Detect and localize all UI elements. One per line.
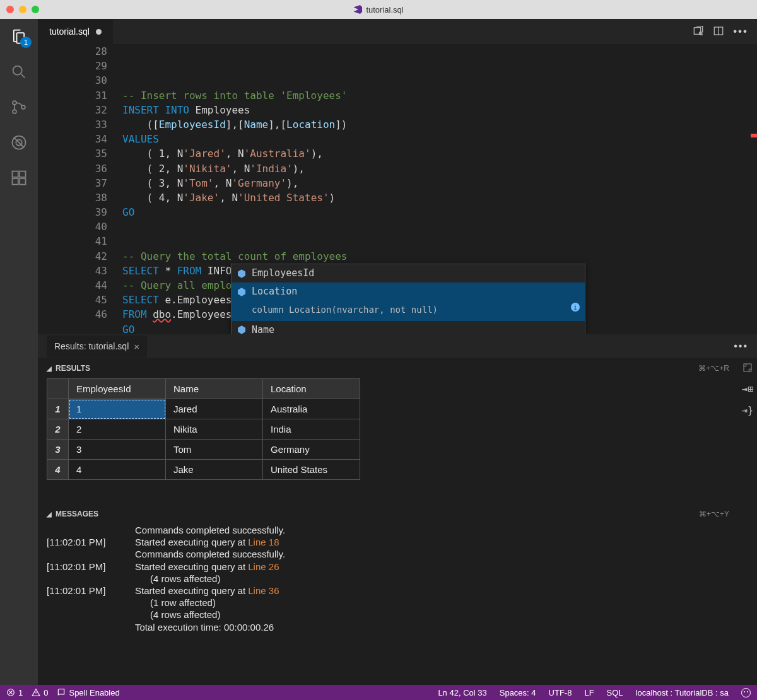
results-panel: Results: tutorial.sql × ••• ◢ RESULTS ⌘+… <box>38 334 757 685</box>
status-spell[interactable]: Spell Enabled <box>57 688 119 697</box>
table-cell[interactable]: Australia <box>263 399 360 419</box>
table-cell[interactable]: Nikita <box>166 419 263 440</box>
svg-rect-10 <box>694 28 701 35</box>
save-json-icon[interactable]: ⇥} <box>742 405 753 416</box>
table-header-row: EmployeesIdNameLocation <box>47 379 360 399</box>
table-cell[interactable]: Jake <box>166 460 263 480</box>
status-spaces[interactable]: Spaces: 4 <box>500 688 536 697</box>
column-header[interactable]: Name <box>166 379 263 399</box>
explorer-badge: 1 <box>20 37 32 48</box>
messages-section-header[interactable]: ◢ MESSAGES ⌘+⌥+Y <box>44 504 738 524</box>
svg-rect-6 <box>13 172 18 177</box>
more-actions-icon[interactable]: ••• <box>733 25 748 38</box>
titlebar: tutorial.sql <box>0 0 757 19</box>
table-row[interactable]: 33TomGermany <box>47 440 360 460</box>
table-cell[interactable]: United States <box>263 460 360 480</box>
vscode-icon <box>353 5 362 14</box>
tab-label: tutorial.sql <box>49 26 90 37</box>
results-label: RESULTS <box>56 364 90 373</box>
status-warnings[interactable]: 0 <box>32 688 48 697</box>
tab-bar: tutorial.sql ••• <box>38 19 757 44</box>
line-gutter: 28293031323334353637383940414243444546 <box>38 44 122 334</box>
table-row[interactable]: 22NikitaIndia <box>47 419 360 440</box>
results-section-header[interactable]: ◢ RESULTS ⌘+⌥+R <box>44 358 738 378</box>
maximize-results-icon[interactable] <box>742 362 753 373</box>
close-window-icon[interactable] <box>6 6 14 13</box>
svg-point-1 <box>13 101 16 105</box>
status-errors[interactable]: 1 <box>6 688 23 697</box>
source-control-icon[interactable] <box>10 98 28 116</box>
table-cell[interactable]: 4 <box>69 460 166 480</box>
info-icon[interactable]: i <box>571 303 580 312</box>
tab-tutorial-sql[interactable]: tutorial.sql <box>38 19 114 44</box>
svg-point-3 <box>21 105 25 109</box>
results-tab-label: Results: tutorial.sql <box>54 341 129 351</box>
split-editor-icon[interactable] <box>713 25 724 37</box>
extensions-icon[interactable] <box>10 169 28 187</box>
results-table[interactable]: EmployeesIdNameLocation11JaredAustralia2… <box>47 378 360 480</box>
autocomplete-item[interactable]: Location <box>232 283 585 301</box>
autocomplete-item[interactable]: Name <box>232 321 585 334</box>
status-bar: 1 0 Spell Enabled Ln 42, Col 33 Spaces: … <box>0 685 757 700</box>
svg-point-0 <box>13 66 22 75</box>
svg-rect-9 <box>20 178 25 184</box>
results-toolbar: ⇥⊞ ⇥} <box>738 358 757 685</box>
messages-label: MESSAGES <box>56 510 98 518</box>
table-cell[interactable]: Germany <box>263 440 360 460</box>
svg-rect-8 <box>13 178 18 184</box>
status-language[interactable]: SQL <box>607 688 623 697</box>
compare-changes-icon[interactable] <box>693 25 704 37</box>
autocomplete-detail: column Location(nvarchar, not null)i <box>232 301 585 320</box>
table-row[interactable]: 11JaredAustralia <box>47 399 360 419</box>
chevron-down-icon: ◢ <box>47 365 52 372</box>
messages-body: Commands completed successfully.[11:02:0… <box>44 524 738 633</box>
maximize-window-icon[interactable] <box>32 6 39 13</box>
window-controls <box>6 6 39 13</box>
window-title-text: tutorial.sql <box>366 5 403 15</box>
status-ln-col[interactable]: Ln 42, Col 33 <box>438 688 486 697</box>
messages-shortcut: ⌘+⌥+Y <box>699 510 736 518</box>
table-cell[interactable]: Jared <box>166 399 263 419</box>
minimap-error-marker[interactable] <box>751 134 757 137</box>
autocomplete-popup[interactable]: EmployeesIdLocationcolumn Location(nvarc… <box>231 264 585 334</box>
status-eol[interactable]: LF <box>584 688 594 697</box>
svg-rect-7 <box>20 172 25 177</box>
svg-rect-13 <box>744 364 751 371</box>
column-header[interactable]: Location <box>263 379 360 399</box>
svg-point-2 <box>13 110 16 114</box>
search-icon[interactable] <box>10 63 28 81</box>
tab-dirty-indicator-icon <box>96 29 102 35</box>
results-tab[interactable]: Results: tutorial.sql × <box>47 335 147 358</box>
feedback-icon[interactable] <box>741 688 751 697</box>
minimize-window-icon[interactable] <box>19 6 26 13</box>
window-title: tutorial.sql <box>353 5 403 15</box>
status-encoding[interactable]: UTF-8 <box>549 688 572 697</box>
explorer-icon[interactable]: 1 <box>10 28 28 45</box>
table-cell[interactable]: 2 <box>69 419 166 440</box>
close-icon[interactable]: × <box>134 341 139 352</box>
column-header[interactable]: EmployeesId <box>69 379 166 399</box>
status-connection[interactable]: localhost : TutorialDB : sa <box>636 688 729 697</box>
table-cell[interactable]: India <box>263 419 360 440</box>
activity-bar: 1 <box>0 19 38 685</box>
code-editor[interactable]: 28293031323334353637383940414243444546 -… <box>38 44 757 334</box>
panel-more-actions-icon[interactable]: ••• <box>734 341 748 352</box>
autocomplete-item[interactable]: EmployeesId <box>232 264 585 283</box>
table-cell[interactable]: 1 <box>69 399 166 419</box>
table-cell[interactable]: 3 <box>69 440 166 460</box>
table-cell[interactable]: Tom <box>166 440 263 460</box>
minimap[interactable] <box>744 44 757 334</box>
chevron-down-icon: ◢ <box>47 511 52 518</box>
debug-icon[interactable] <box>10 134 28 151</box>
save-csv-icon[interactable]: ⇥⊞ <box>742 383 753 395</box>
results-shortcut: ⌘+⌥+R <box>698 364 736 373</box>
table-row[interactable]: 44JakeUnited States <box>47 460 360 480</box>
